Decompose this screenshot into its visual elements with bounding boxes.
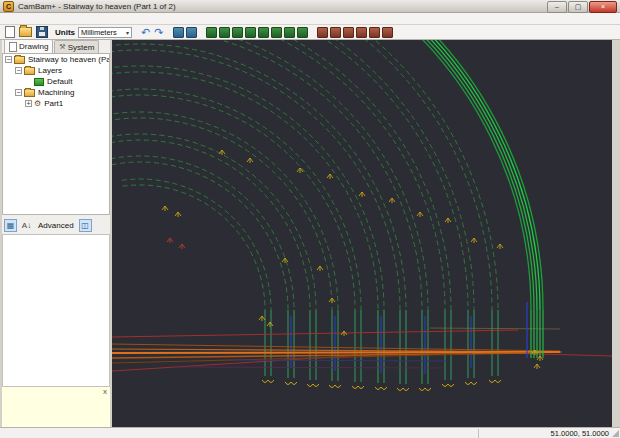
drawing-canvas[interactable] bbox=[112, 40, 612, 427]
view-mode-icon[interactable] bbox=[186, 27, 197, 38]
lathe-op-icon[interactable] bbox=[284, 27, 295, 38]
drill-op-icon[interactable] bbox=[232, 27, 243, 38]
toolpath-icon-2[interactable] bbox=[330, 27, 341, 38]
window-title: CamBam+ - Stairway to heaven (Part 1 of … bbox=[18, 2, 176, 11]
tree-item-default-layer[interactable]: Default bbox=[3, 76, 109, 87]
tree-item-icon bbox=[14, 56, 25, 64]
drawing-tree: Stairway to heaven (Part 1 of 2) Layers … bbox=[2, 54, 110, 215]
surface-op-icon[interactable] bbox=[271, 27, 282, 38]
engrave-op-icon[interactable] bbox=[245, 27, 256, 38]
vcarve-op-icon[interactable] bbox=[258, 27, 269, 38]
tree-item-part1[interactable]: Part1 bbox=[3, 98, 109, 109]
status-bar: 51.0000, 51.0000 bbox=[0, 427, 620, 438]
tab-drawing[interactable]: Drawing bbox=[4, 39, 53, 53]
left-panel: Drawing ⚒ System Stairway to heaven (Par… bbox=[2, 40, 110, 427]
units-dropdown[interactable]: Millimeters ▾ bbox=[78, 27, 132, 38]
undo-icon[interactable]: ↶ bbox=[141, 27, 150, 38]
tree-expander[interactable] bbox=[15, 67, 22, 74]
machining-op-icon-group bbox=[205, 27, 309, 38]
drawing-svg bbox=[112, 40, 612, 427]
tree-item-project[interactable]: Stairway to heaven (Part 1 of 2) bbox=[3, 54, 109, 65]
new-file-icon[interactable] bbox=[5, 26, 15, 38]
grid-toggle-icon[interactable] bbox=[173, 27, 184, 38]
alphabetical-sort-button[interactable]: A↓ bbox=[20, 219, 33, 232]
toolpath-icon-3[interactable] bbox=[343, 27, 354, 38]
page-icon bbox=[9, 42, 17, 52]
tab-system[interactable]: ⚒ System bbox=[54, 40, 99, 53]
menu-bar bbox=[0, 13, 620, 25]
app-icon: C bbox=[3, 1, 14, 12]
close-icon[interactable]: x bbox=[103, 388, 107, 396]
profile-op-icon[interactable] bbox=[206, 27, 217, 38]
tree-item-icon bbox=[34, 78, 44, 86]
panel-tabs: Drawing ⚒ System bbox=[2, 40, 110, 54]
categorized-view-button[interactable]: ▦ bbox=[4, 219, 17, 232]
chevron-down-icon: ▾ bbox=[126, 29, 129, 36]
redo-icon[interactable]: ↷ bbox=[154, 27, 163, 38]
wrench-icon: ⚒ bbox=[59, 43, 65, 51]
maximize-button[interactable]: ▢ bbox=[568, 1, 588, 13]
toolpath-icon-6[interactable] bbox=[382, 27, 393, 38]
tree-item-icon bbox=[24, 67, 35, 75]
tree-item-machining[interactable]: Machining bbox=[3, 87, 109, 98]
property-toolbar: ▦ A↓ Advanced ◫ bbox=[2, 216, 110, 235]
view-icon-group bbox=[172, 27, 198, 38]
units-value: Millimeters bbox=[81, 28, 117, 37]
resize-grip[interactable] bbox=[612, 430, 619, 437]
toolpath-icon-5[interactable] bbox=[369, 27, 380, 38]
title-bar[interactable]: C CamBam+ - Stairway to heaven (Part 1 o… bbox=[0, 0, 620, 13]
units-label: Units bbox=[55, 28, 75, 37]
tree-item-layers[interactable]: Layers bbox=[3, 65, 109, 76]
cursor-coordinates: 51.0000, 51.0000 bbox=[479, 429, 613, 438]
part-op-icon[interactable] bbox=[297, 27, 308, 38]
pocket-op-icon[interactable] bbox=[219, 27, 230, 38]
tree-expander[interactable] bbox=[25, 100, 32, 107]
message-panel: x bbox=[2, 386, 110, 427]
open-file-icon[interactable] bbox=[19, 27, 32, 37]
extra-properties-button[interactable]: ◫ bbox=[79, 219, 92, 232]
property-grid bbox=[2, 235, 110, 388]
cambam-window: C CamBam+ - Stairway to heaven (Part 1 o… bbox=[0, 0, 620, 438]
minimize-button[interactable]: – bbox=[547, 1, 567, 13]
tree-expander[interactable] bbox=[15, 89, 22, 96]
close-button[interactable]: × bbox=[589, 1, 617, 13]
main-toolbar: Units Millimeters ▾ ↶ ↷ bbox=[0, 25, 620, 40]
tree-item-icon bbox=[24, 89, 35, 97]
save-file-icon[interactable] bbox=[36, 26, 48, 38]
toolpath-icon-4[interactable] bbox=[356, 27, 367, 38]
tree-expander[interactable] bbox=[5, 56, 12, 63]
status-message-cell bbox=[0, 429, 479, 438]
toolpath-icon-1[interactable] bbox=[317, 27, 328, 38]
advanced-toggle[interactable]: Advanced bbox=[38, 221, 74, 230]
toolpath-icon-group bbox=[316, 27, 394, 38]
tree-item-icon bbox=[34, 100, 41, 108]
